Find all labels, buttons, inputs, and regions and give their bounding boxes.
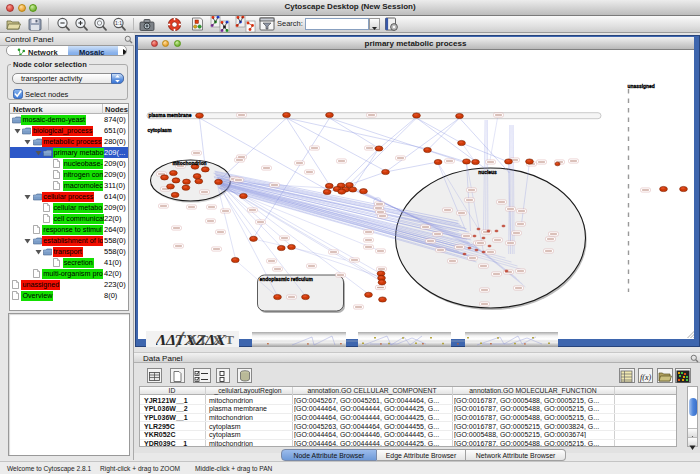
svg-text:plasma membrane: plasma membrane [148,113,191,118]
svg-text:1:1: 1:1 [115,20,122,26]
svg-text:mitochondrion: mitochondrion [172,161,206,166]
svg-text:nucleus: nucleus [478,170,497,175]
svg-text:unassigned: unassigned [627,84,654,89]
svg-text:cytoplasm: cytoplasm [147,128,172,133]
svg-text:endoplasmic reticulum: endoplasmic reticulum [259,277,313,282]
svg-text:f(x): f(x) [640,373,651,382]
